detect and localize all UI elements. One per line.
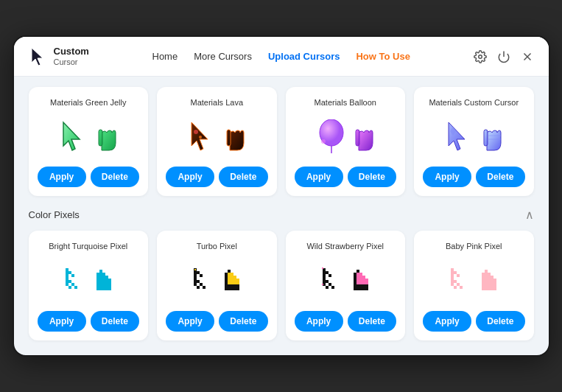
svg-rect-35	[96, 281, 99, 284]
custom-buttons: Apply Delete	[423, 167, 525, 187]
svg-rect-72	[194, 269, 196, 270]
cursor-name-balloon: Materials Balloon	[315, 97, 376, 108]
apply-green-jelly-button[interactable]: Apply	[38, 167, 86, 187]
svg-rect-93	[233, 279, 236, 281]
svg-rect-48	[102, 281, 105, 284]
svg-rect-89	[231, 281, 233, 284]
svg-rect-69	[200, 283, 203, 286]
pink-hand-icon	[476, 267, 499, 296]
svg-rect-125	[356, 281, 359, 284]
svg-rect-54	[105, 284, 108, 287]
cursor-preview-balloon	[316, 115, 375, 159]
svg-rect-52	[105, 279, 108, 281]
svg-rect-21	[66, 271, 69, 274]
svg-rect-176	[491, 281, 493, 284]
svg-rect-173	[488, 287, 491, 290]
svg-rect-44	[99, 287, 102, 290]
turbo-hand-icon	[219, 267, 242, 296]
turquoise-buttons: Apply Delete	[38, 311, 140, 332]
cursor-preview-turquoise	[59, 259, 118, 304]
svg-rect-107	[326, 271, 329, 274]
svg-rect-164	[485, 279, 488, 281]
green-jelly-buttons: Apply Delete	[38, 167, 140, 187]
delete-balloon-button[interactable]: Delete	[348, 167, 396, 187]
titlebar-icons	[474, 50, 534, 63]
close-icon[interactable]	[521, 50, 534, 63]
logo-icon	[29, 46, 49, 67]
svg-rect-134	[362, 276, 365, 279]
apply-strawberry-button[interactable]: Apply	[295, 311, 343, 332]
svg-rect-91	[231, 287, 233, 290]
custom-hand-icon	[478, 121, 502, 153]
delete-turquoise-button[interactable]: Delete	[91, 311, 139, 332]
svg-rect-104	[323, 277, 326, 280]
svg-rect-146	[451, 277, 454, 280]
custom-arrow-icon	[446, 121, 474, 153]
svg-rect-83	[228, 281, 231, 284]
svg-rect-46	[102, 276, 105, 279]
svg-rect-47	[102, 279, 105, 281]
svg-rect-95	[233, 284, 236, 287]
settings-icon[interactable]	[474, 50, 487, 63]
apply-turbo-button[interactable]: Apply	[166, 311, 214, 332]
nav-howto[interactable]: How To Use	[356, 51, 410, 62]
svg-marker-0	[32, 48, 43, 66]
svg-rect-82	[228, 279, 231, 281]
svg-rect-142	[365, 287, 368, 290]
apply-pink-button[interactable]: Apply	[423, 311, 471, 332]
nav-more[interactable]: More Cursors	[194, 51, 252, 62]
svg-rect-157	[482, 279, 485, 281]
svg-rect-40	[99, 276, 102, 279]
power-icon[interactable]	[497, 50, 510, 63]
strawberry-hand-icon	[348, 267, 371, 296]
svg-rect-61	[194, 271, 197, 274]
svg-rect-141	[365, 284, 368, 287]
svg-rect-138	[362, 287, 365, 290]
svg-rect-99	[236, 284, 239, 287]
nav-home[interactable]: Home	[152, 51, 178, 62]
svg-rect-137	[362, 284, 365, 287]
svg-point-1	[478, 55, 482, 58]
svg-rect-17	[484, 130, 488, 146]
svg-marker-5	[63, 122, 80, 150]
svg-rect-182	[493, 287, 496, 290]
delete-pink-button[interactable]: Delete	[476, 311, 524, 332]
apply-balloon-button[interactable]: Apply	[295, 167, 343, 187]
delete-lava-button[interactable]: Delete	[219, 167, 267, 187]
svg-rect-117	[354, 279, 356, 281]
svg-rect-120	[354, 287, 356, 290]
svg-rect-105	[323, 280, 326, 283]
cursor-name-strawberry: Wild Strawberry Pixel	[306, 241, 384, 251]
cursor-name-lava: Materials Lava	[190, 97, 243, 108]
svg-rect-25	[66, 283, 69, 286]
delete-green-jelly-button[interactable]: Delete	[91, 167, 139, 187]
svg-rect-114	[322, 284, 323, 285]
turbo-arrow-icon	[191, 267, 214, 296]
svg-rect-39	[99, 273, 102, 276]
apply-custom-button[interactable]: Apply	[423, 167, 471, 187]
green-jelly-hand-icon	[93, 121, 116, 153]
delete-strawberry-button[interactable]: Delete	[348, 311, 396, 332]
apply-lava-button[interactable]: Apply	[166, 167, 214, 187]
svg-rect-65	[194, 283, 197, 286]
color-pixels-collapse-button[interactable]: ∧	[525, 208, 534, 222]
svg-rect-85	[228, 287, 231, 290]
svg-rect-92	[233, 276, 236, 279]
delete-turbo-button[interactable]: Delete	[219, 311, 267, 332]
delete-custom-button[interactable]: Delete	[476, 167, 524, 187]
apply-turquoise-button[interactable]: Apply	[38, 311, 86, 332]
svg-rect-175	[491, 279, 493, 281]
svg-rect-167	[485, 287, 488, 290]
svg-rect-58	[108, 284, 111, 287]
svg-rect-57	[108, 281, 111, 284]
svg-rect-129	[359, 276, 362, 279]
pink-buttons: Apply Delete	[423, 311, 525, 332]
svg-rect-45	[102, 273, 105, 276]
nav-upload[interactable]: Upload Cursors	[268, 51, 340, 62]
color-pixels-header: Color Pixels ∧	[29, 206, 534, 223]
cursor-name-turquoise: Bright Turquoise Pixel	[49, 241, 127, 251]
svg-rect-50	[102, 287, 105, 290]
svg-rect-112	[331, 286, 334, 289]
svg-rect-62	[194, 274, 197, 277]
svg-rect-90	[231, 284, 233, 287]
